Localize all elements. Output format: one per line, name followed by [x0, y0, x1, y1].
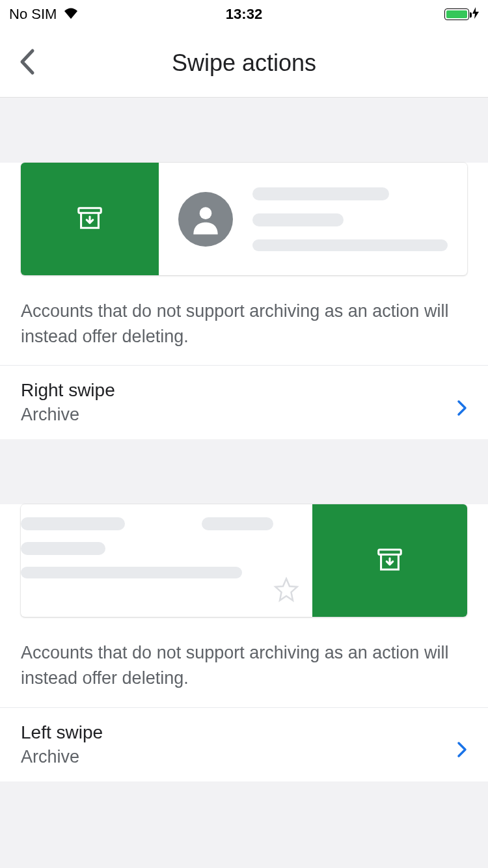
star-icon [273, 576, 299, 605]
nav-header: Swipe actions [0, 29, 488, 98]
swipe-action-right [21, 163, 159, 275]
svg-point-1 [200, 207, 212, 219]
placeholder-lines [252, 187, 448, 251]
placeholder-line [252, 239, 448, 251]
left-swipe-setting[interactable]: Left swipe Archive [0, 708, 488, 781]
back-button[interactable] [18, 48, 35, 78]
svg-rect-0 [79, 208, 102, 213]
setting-title: Left swipe [21, 722, 103, 743]
archive-icon [375, 545, 405, 577]
email-preview [159, 163, 467, 275]
setting-title: Right swipe [21, 380, 115, 401]
spacer [0, 98, 488, 147]
archive-icon [75, 203, 105, 236]
placeholder-line [252, 187, 389, 200]
carrier-label: No SIM [9, 6, 57, 23]
status-bar: No SIM 13:32 [0, 0, 488, 29]
right-swipe-description: Accounts that do not support archiving a… [0, 286, 488, 366]
left-swipe-section: Accounts that do not support archiving a… [0, 504, 488, 781]
setting-value: Archive [21, 747, 103, 767]
chevron-right-icon [457, 400, 467, 419]
svg-rect-2 [379, 549, 401, 554]
avatar [178, 192, 233, 247]
setting-value: Archive [21, 405, 115, 425]
placeholder-line [21, 567, 242, 578]
page-title: Swipe actions [0, 49, 488, 77]
chevron-right-icon [457, 741, 467, 761]
left-swipe-description: Accounts that do not support archiving a… [0, 627, 488, 707]
placeholder-line [21, 517, 125, 530]
swipe-action-left [312, 504, 467, 617]
right-swipe-section: Accounts that do not support archiving a… [0, 163, 488, 439]
battery-icon [444, 8, 469, 20]
spacer [0, 439, 488, 489]
email-preview [21, 504, 312, 617]
placeholder-line [252, 213, 344, 226]
right-swipe-setting[interactable]: Right swipe Archive [0, 366, 488, 439]
placeholder-line [21, 542, 105, 555]
placeholder-line [202, 517, 273, 530]
clock: 13:32 [226, 6, 262, 23]
wifi-icon [63, 6, 79, 23]
right-swipe-preview [21, 163, 467, 275]
charging-icon [472, 6, 479, 23]
left-swipe-preview [21, 504, 467, 617]
